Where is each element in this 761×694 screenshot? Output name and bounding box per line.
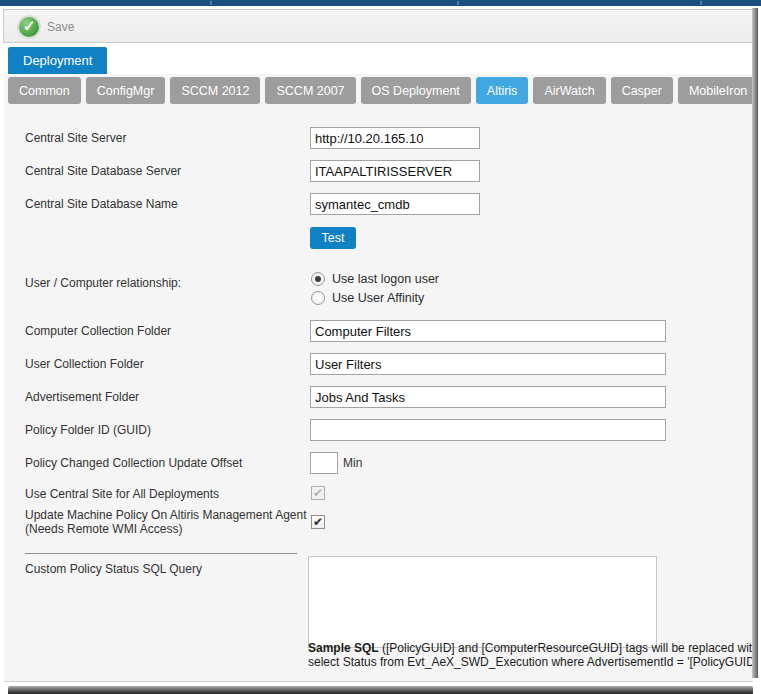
tab-mobileiron[interactable]: MobileIron	[678, 77, 758, 104]
tab-configmgr[interactable]: ConfigMgr	[86, 77, 166, 104]
sample-sql-text: Sample SQL ([PolicyGUID] and [ComputerRe…	[308, 641, 754, 673]
top-strip-tick	[457, 1, 459, 5]
computer-collection-folder-input[interactable]	[310, 320, 666, 342]
use-user-affinity-radio[interactable]	[311, 291, 325, 305]
tab-sccm-2012[interactable]: SCCM 2012	[170, 77, 260, 104]
radio-row-last-logon: Use last logon user	[311, 272, 439, 286]
panel-bottom-border	[4, 681, 753, 682]
save-button-label: Save	[47, 20, 74, 34]
central-site-db-server-input[interactable]	[310, 160, 480, 182]
policy-changed-offset-input[interactable]	[310, 452, 338, 474]
window-right-edge	[752, 8, 758, 678]
advertisement-folder-input[interactable]	[310, 386, 666, 408]
policy-folder-id-input[interactable]	[310, 419, 666, 441]
save-button[interactable]: Save	[13, 15, 80, 39]
computer-collection-folder-label: Computer Collection Folder	[25, 320, 171, 342]
user-collection-folder-label: User Collection Folder	[25, 353, 144, 375]
tab-os-deployment[interactable]: OS Deployment	[361, 77, 471, 104]
central-site-server-label: Central Site Server	[25, 127, 126, 149]
settings-page: Save Deployment Common ConfigMgr SCCM 20…	[0, 0, 761, 694]
top-strip-tick	[210, 1, 212, 5]
user-computer-relationship-label: User / Computer relationship:	[25, 272, 181, 294]
tab-airwatch[interactable]: AirWatch	[533, 77, 605, 104]
user-collection-folder-input[interactable]	[310, 353, 666, 375]
update-machine-policy-label: Update Machine Policy On Altiris Managem…	[25, 508, 307, 536]
sample-sql-line1-rest: ([PolicyGUID] and [ComputerResourceGUID]…	[379, 641, 754, 655]
sample-sql-line2: select Status from Evt_AeX_SWD_Execution…	[308, 655, 754, 669]
use-last-logon-user-radio[interactable]	[311, 272, 325, 286]
custom-sql-textarea[interactable]	[308, 556, 657, 648]
bottom-panel-edge	[8, 686, 753, 694]
central-site-db-server-label: Central Site Database Server	[25, 160, 181, 182]
use-central-site-checkbox[interactable]	[311, 486, 325, 500]
use-last-logon-user-label: Use last logon user	[332, 272, 439, 286]
radio-row-user-affinity: Use User Affinity	[311, 291, 424, 305]
top-strip-tick	[700, 1, 702, 5]
toolbar: Save	[3, 9, 754, 43]
tab-altiris[interactable]: Altiris	[476, 77, 529, 104]
advertisement-folder-label: Advertisement Folder	[25, 386, 139, 408]
sample-sql-line1: Sample SQL ([PolicyGUID] and [ComputerRe…	[308, 641, 754, 655]
section-divider	[25, 553, 297, 554]
central-site-db-name-label: Central Site Database Name	[25, 193, 178, 215]
sample-sql-bold: Sample SQL	[308, 641, 379, 655]
tab-sccm-2007[interactable]: SCCM 2007	[265, 77, 355, 104]
policy-folder-id-label: Policy Folder ID (GUID)	[25, 419, 151, 441]
tab-strip: Common ConfigMgr SCCM 2012 SCCM 2007 OS …	[8, 77, 758, 104]
tab-deployment[interactable]: Deployment	[8, 47, 107, 74]
custom-sql-label: Custom Policy Status SQL Query	[25, 558, 202, 580]
tab-casper[interactable]: Casper	[611, 77, 673, 104]
central-site-db-name-input[interactable]	[310, 193, 480, 215]
offset-unit-label: Min	[343, 452, 362, 474]
test-button[interactable]: Test	[310, 227, 356, 249]
use-central-site-label: Use Central Site for All Deployments	[25, 483, 219, 505]
top-window-strip	[0, 0, 761, 6]
central-site-server-input[interactable]	[310, 127, 480, 149]
tab-common[interactable]: Common	[8, 77, 81, 104]
update-machine-policy-checkbox[interactable]	[311, 515, 325, 529]
save-check-icon	[19, 17, 39, 37]
use-user-affinity-label: Use User Affinity	[332, 291, 424, 305]
policy-changed-offset-label: Policy Changed Collection Update Offset	[25, 452, 242, 474]
